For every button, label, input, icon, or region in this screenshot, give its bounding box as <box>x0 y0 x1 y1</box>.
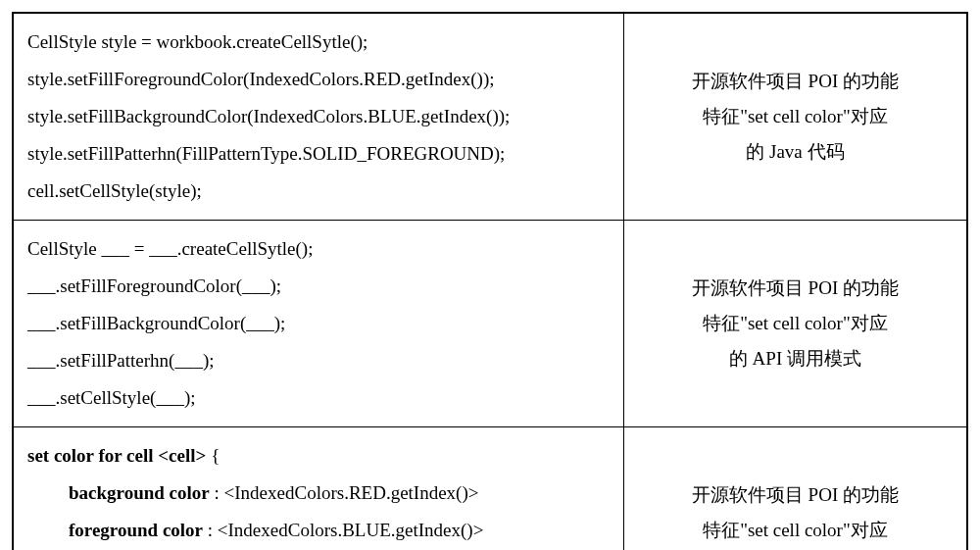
desc-line: 特征"set cell color"对应 <box>638 99 953 134</box>
code-line: ___.setCellStyle(___); <box>27 379 610 417</box>
code-cell-java: CellStyle style = workbook.createCellSyt… <box>13 13 623 221</box>
code-line: ___.setFillForegroundColor(___); <box>27 268 610 305</box>
code-cell-api: CellStyle ___ = ___.createCellSytle(); _… <box>13 221 623 427</box>
code-line: ___.setFillBackgroundColor(___); <box>27 305 610 342</box>
description-cell-api: 开源软件项目 POI 的功能 特征"set cell color"对应 的 AP… <box>623 221 967 427</box>
code-line: style.setFillForegroundColor(IndexedColo… <box>27 61 610 98</box>
code-line: ___.setFillPatterhn(___); <box>27 342 610 379</box>
code-line: foreground color : <IndexedColors.BLUE.g… <box>27 512 610 549</box>
code-line: style.setFillBackgroundColor(IndexedColo… <box>27 98 610 135</box>
table-row: set color for cell <cell> { background c… <box>13 427 967 551</box>
desc-line: 开源软件项目 POI 的功能 <box>638 477 953 513</box>
code-line: cell.setCellStyle(style); <box>27 173 610 210</box>
code-cell-nli: set color for cell <cell> { background c… <box>13 427 623 551</box>
desc-line: 特征"set cell color"对应 <box>638 513 953 548</box>
code-line: style.setFillPatterhn(FillPatternType.SO… <box>27 135 610 173</box>
description-cell-nli: 开源软件项目 POI 的功能 特征"set cell color"对应 的 NL… <box>623 427 967 551</box>
table-row: CellStyle ___ = ___.createCellSytle(); _… <box>13 221 967 427</box>
desc-line: 开源软件项目 POI 的功能 <box>638 64 953 99</box>
code-line: CellStyle style = workbook.createCellSyt… <box>27 24 610 61</box>
table-row: CellStyle style = workbook.createCellSyt… <box>13 13 967 221</box>
desc-line: 的 API 调用模式 <box>638 341 953 376</box>
code-line: background color : <IndexedColors.RED.ge… <box>27 475 610 512</box>
comparison-table: CellStyle style = workbook.createCellSyt… <box>12 12 968 550</box>
desc-line: 的 Java 代码 <box>638 134 953 170</box>
description-cell-java: 开源软件项目 POI 的功能 特征"set cell color"对应 的 Ja… <box>623 13 967 221</box>
desc-line: 开源软件项目 POI 的功能 <box>638 271 953 306</box>
code-line: CellStyle ___ = ___.createCellSytle(); <box>27 230 610 268</box>
desc-line: 特征"set cell color"对应 <box>638 306 953 341</box>
code-line: set color for cell <cell> { <box>27 437 610 475</box>
